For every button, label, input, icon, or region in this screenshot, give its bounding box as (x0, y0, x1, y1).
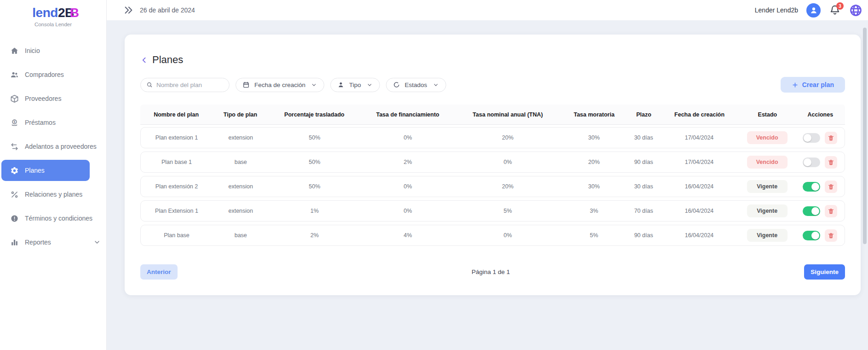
sidebar-item-terminos-y-condiciones[interactable]: Términos y condiciones (1, 208, 90, 229)
sidebar-item-planes[interactable]: Planes (1, 160, 90, 181)
sidebar-item-label: Planes (25, 167, 45, 174)
cell-transfer-pct: 1% (269, 208, 360, 214)
notifications-button[interactable]: 3 (829, 4, 841, 16)
status-toggle[interactable] (803, 133, 820, 143)
cell-plan-type: base (213, 159, 269, 165)
status-badge: Vigente (747, 229, 788, 242)
scrollbar-thumb[interactable] (863, 28, 867, 244)
cell-financing-rate: 4% (360, 232, 455, 239)
table-header-row: Nombre del planTipo de planPorcentaje tr… (140, 105, 845, 125)
logo-accent: B (70, 6, 79, 20)
dropdown-label: Tipo (349, 82, 361, 88)
chevron-left-icon (140, 56, 148, 64)
sidebar-item-label: Compradores (25, 71, 64, 78)
delete-button[interactable] (825, 156, 837, 169)
users-icon (10, 70, 19, 79)
sidebar-item-adelantos-a-proveedores[interactable]: Adelantos a proveedores (1, 136, 90, 157)
chart-icon (10, 238, 19, 247)
cell-transfer-pct: 50% (269, 159, 360, 165)
cell-tna: 20% (455, 183, 560, 190)
sidebar-item-reportes[interactable]: Reportes (1, 232, 90, 253)
column-header: Estado (739, 111, 796, 118)
cell-tna: 0% (455, 159, 560, 165)
sidebar-item-compradores[interactable]: Compradores (1, 64, 90, 85)
cell-term: 30 días (628, 183, 660, 190)
chevron-down-icon (433, 82, 439, 88)
column-header: Tasa moratoria (560, 111, 628, 118)
home-icon (10, 47, 19, 55)
plans-table: Nombre del planTipo de planPorcentaje tr… (140, 105, 845, 246)
table-row: Plan Extension 1 extension 1% 0% 5% 3% 7… (140, 200, 845, 222)
cell-term: 70 días (628, 208, 660, 214)
cell-plan-name: Plan Extension 1 (141, 208, 213, 214)
status-badge: Vencido (747, 156, 788, 169)
sidebar-item-label: Reportes (25, 239, 51, 246)
cell-plan-name: Plan extensión 2 (141, 183, 213, 190)
package-icon (10, 94, 19, 103)
sidebar-item-inicio[interactable]: Inicio (1, 40, 90, 61)
cell-financing-rate: 0% (360, 183, 455, 190)
sidebar-item-proveedores[interactable]: Proveedores (1, 88, 90, 109)
percent-icon (10, 190, 19, 199)
sidebar-item-relaciones-y-planes[interactable]: Relaciones y planes (1, 184, 90, 205)
cell-tna: 0% (455, 232, 560, 239)
logo-text-lend: lend (32, 6, 58, 20)
status-toggle[interactable] (803, 206, 820, 216)
status-toggle[interactable] (803, 231, 820, 240)
alert-icon (10, 214, 19, 223)
previous-page-button[interactable]: Anterior (140, 264, 178, 280)
status-badge: Vigente (747, 204, 788, 217)
status-badge: Vigente (747, 180, 788, 193)
cell-financing-rate: 2% (360, 159, 455, 165)
search-input[interactable] (156, 82, 224, 88)
cell-term: 90 días (628, 232, 660, 239)
filter-dropdown-estados[interactable]: Estados (386, 78, 446, 92)
cell-term: 90 días (628, 159, 660, 165)
trash-icon (828, 134, 834, 141)
delete-button[interactable] (825, 229, 837, 242)
sidebar-item-label: Préstamos (25, 119, 56, 126)
column-header: Fecha de creación (660, 111, 739, 118)
status-toggle[interactable] (803, 158, 820, 167)
sidebar-item-label: Inicio (25, 47, 40, 54)
double-chevron-right-icon[interactable] (123, 5, 133, 15)
status-toggle[interactable] (803, 182, 820, 192)
chevron-down-icon[interactable] (93, 239, 101, 246)
column-header: Tipo de plan (212, 111, 269, 118)
dropdown-label: Fecha de creación (254, 82, 305, 88)
table-row: Plan extensión 2 extension 50% 0% 20% 30… (140, 176, 845, 197)
transfer-icon (10, 142, 19, 151)
loan-icon (10, 118, 19, 127)
create-plan-button[interactable]: Crear plan (781, 77, 845, 93)
next-page-button[interactable]: Siguiente (804, 264, 845, 280)
filter-dropdown-tipo[interactable]: Tipo (330, 78, 380, 92)
filter-dropdown-fecha-de-creacion[interactable]: Fecha de creación (236, 78, 324, 92)
delete-button[interactable] (825, 132, 837, 144)
pagination: Anterior Página 1 de 1 Siguiente (140, 264, 845, 280)
trash-icon (828, 232, 834, 239)
language-button[interactable] (849, 4, 862, 17)
delete-button[interactable] (825, 181, 837, 193)
table-row: Plan base 1 base 50% 2% 0% 20% 90 días 1… (140, 152, 845, 173)
cell-created-date: 17/04/2024 (660, 159, 739, 165)
avatar[interactable] (806, 3, 821, 18)
cell-term: 30 días (628, 134, 660, 141)
chevron-down-icon (311, 82, 317, 88)
globe-icon (849, 4, 862, 17)
back-button[interactable] (140, 56, 148, 64)
cell-plan-name: Plan base (141, 232, 213, 239)
sidebar-item-prestamos[interactable]: Préstamos (1, 112, 90, 133)
content-area: Planes Fecha de creación Tipo Estados Cr… (107, 20, 868, 350)
user-name: Lender Lend2b (755, 6, 798, 14)
cell-plan-name: Plan base 1 (141, 159, 213, 165)
delete-button[interactable] (825, 205, 837, 217)
cell-financing-rate: 0% (360, 208, 455, 214)
page-title: Planes (152, 54, 183, 66)
calendar-icon (242, 81, 250, 88)
page-info: Página 1 de 1 (178, 268, 805, 275)
sidebar-item-label: Proveedores (25, 95, 61, 102)
status-badge: Vencido (747, 131, 788, 144)
cell-transfer-pct: 2% (269, 232, 360, 239)
cell-late-rate: 30% (560, 183, 628, 190)
filter-bar: Fecha de creación Tipo Estados Crear pla… (140, 77, 845, 93)
